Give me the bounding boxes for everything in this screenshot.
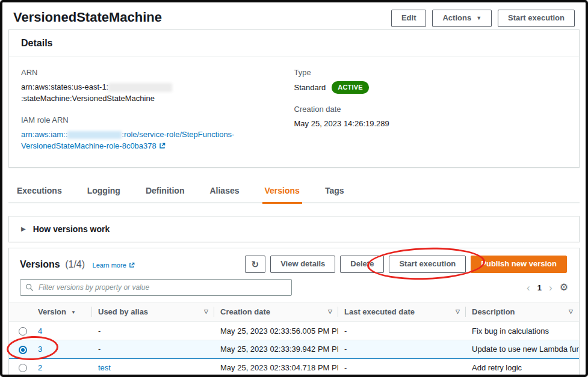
how-versions-expander[interactable]: ▶ How versions work (8, 216, 580, 242)
details-card-header: Details (9, 30, 579, 57)
actions-button-label: Actions (442, 13, 471, 23)
delete-button[interactable]: Delete (340, 256, 384, 273)
alias-link[interactable]: test (98, 363, 111, 372)
chevron-left-icon[interactable]: ‹ (527, 283, 530, 293)
last-executed-cell: - (338, 358, 466, 377)
row-radio[interactable] (19, 346, 27, 354)
view-details-button[interactable]: View details (270, 256, 335, 273)
iam-role-suffix: :role/service-role/StepFunctions- (122, 130, 234, 139)
column-label: Version (38, 307, 66, 316)
start-execution-header-button[interactable]: Start execution (498, 10, 575, 27)
gear-icon[interactable]: ⚙ (560, 283, 568, 292)
arn-value: arn:aws:states:us-east-1::stateMachine:V… (21, 81, 294, 105)
details-left-column: ARN arn:aws:states:us-east-1::stateMachi… (21, 68, 294, 164)
tab-logging[interactable]: Logging (85, 180, 123, 203)
page-title: VersionedStateMachine (13, 10, 162, 25)
alias-cell: - (92, 322, 214, 340)
learn-more-text: Learn more (93, 262, 126, 269)
pagination: ‹ 1 › ⚙ (527, 283, 568, 293)
version-link[interactable]: 3 (38, 345, 42, 354)
arn-label: ARN (21, 68, 294, 77)
version-link[interactable]: 4 (38, 326, 42, 336)
arn-prefix: arn:aws:states:us-east-1: (21, 82, 108, 91)
arn-field: ARN arn:aws:states:us-east-1::stateMachi… (21, 68, 294, 105)
redacted-account-id (108, 83, 172, 92)
sort-toggle-icon[interactable]: ▽ (204, 308, 208, 314)
chevron-down-icon: ▼ (476, 16, 481, 21)
redacted-account-id (67, 131, 122, 139)
last-executed-cell: - (338, 322, 466, 340)
type-field: Type StandardACTIVE (294, 68, 568, 94)
last-executed-cell: - (338, 340, 466, 358)
start-execution-version-button[interactable]: Start execution (389, 256, 466, 273)
app-window: VersionedStateMachine Edit Actions ▼ Sta… (0, 0, 588, 377)
table-row[interactable]: 2 test May 25, 2023 02:33:04.718 PM PDT … (9, 358, 579, 377)
tab-versions[interactable]: Versions (262, 180, 302, 204)
details-right-column: Type StandardACTIVE Creation date May 25… (294, 68, 568, 164)
iam-role-value: arn:aws:iam:::role/service-role/StepFunc… (21, 129, 294, 153)
versions-table: Version▼ Used by alias▽ Creation date▽ L… (9, 302, 579, 377)
creation-date-label: Creation date (294, 105, 568, 114)
row-radio[interactable] (19, 327, 27, 336)
versions-header: Versions (1/4) Learn more ↻ View details… (9, 248, 579, 277)
sort-toggle-icon[interactable]: ▽ (328, 308, 332, 314)
version-link[interactable]: 2 (38, 363, 42, 372)
row-radio[interactable] (19, 364, 27, 372)
column-header-creation-date[interactable]: Creation date▽ (214, 302, 338, 322)
publish-new-version-button[interactable]: Publish new version (471, 256, 567, 273)
type-text: Standard (294, 83, 326, 92)
status-badge: ACTIVE (332, 81, 369, 94)
triangle-right-icon: ▶ (21, 225, 26, 232)
sort-toggle-icon[interactable]: ▽ (569, 308, 573, 314)
iam-role-prefix: arn:aws:iam:: (21, 130, 67, 139)
iam-role-line2: VersionedStateMachine-role-8c0ba378 (21, 141, 156, 150)
iam-role-link[interactable]: arn:aws:iam:::role/service-role/StepFunc… (21, 130, 234, 151)
type-label: Type (294, 68, 568, 77)
actions-button[interactable]: Actions ▼ (432, 10, 492, 27)
tab-tags[interactable]: Tags (323, 180, 347, 203)
versions-card: Versions (1/4) Learn more ↻ View details… (8, 248, 580, 377)
tab-executions[interactable]: Executions (14, 180, 64, 203)
column-label: Used by alias (98, 307, 148, 316)
arn-suffix: :stateMachine:VersionedStateMachine (21, 94, 155, 103)
sort-toggle-icon[interactable]: ▽ (456, 308, 460, 314)
refresh-button[interactable]: ↻ (245, 256, 266, 274)
versions-title-wrap: Versions (1/4) Learn more (20, 259, 135, 270)
description-cell: Update to use new Lambda function. (466, 340, 579, 358)
tab-definition[interactable]: Definition (143, 180, 187, 203)
iam-role-field: IAM role ARN arn:aws:iam:::role/service-… (21, 115, 294, 153)
versions-toolbar: ‹ 1 › ⚙ (9, 277, 579, 302)
column-header-version[interactable]: Version▼ (32, 302, 92, 322)
description-cell: Add retry logic (466, 358, 579, 377)
radio-column-header (9, 302, 32, 322)
tab-aliases[interactable]: Aliases (207, 180, 241, 203)
column-header-description[interactable]: Description▽ (466, 302, 579, 322)
column-header-used-by-alias[interactable]: Used by alias▽ (92, 302, 214, 322)
tab-bar: Executions Logging Definition Aliases Ve… (8, 180, 580, 203)
description-cell: Fix bug in calculations (466, 322, 579, 340)
creation-date-cell: May 25, 2023 02:33:04.718 PM PDT (214, 358, 338, 377)
how-versions-label: How versions work (33, 224, 110, 234)
table-header-row: Version▼ Used by alias▽ Creation date▽ L… (9, 302, 579, 322)
page-number[interactable]: 1 (537, 283, 542, 292)
search-icon (25, 283, 34, 294)
chevron-right-icon[interactable]: › (549, 283, 552, 293)
alias-cell: - (92, 340, 214, 358)
column-label: Creation date (220, 307, 270, 316)
column-label: Description (472, 307, 515, 316)
edit-button[interactable]: Edit (391, 10, 427, 27)
refresh-icon: ↻ (252, 259, 259, 271)
table-row[interactable]: 4 - May 25, 2023 02:33:56.005 PM PDT - F… (9, 322, 579, 340)
filter-versions-input[interactable] (20, 279, 292, 296)
table-row[interactable]: 3 - May 25, 2023 02:33:39.942 PM PDT - U… (9, 340, 579, 358)
details-card: Details ARN arn:aws:states:us-east-1::st… (8, 29, 580, 168)
details-content: ARN arn:aws:states:us-east-1::stateMachi… (9, 57, 579, 167)
versions-count: (1/4) (65, 259, 85, 269)
versions-title: Versions (20, 259, 60, 269)
column-label: Last executed date (344, 307, 415, 316)
column-header-last-executed-date[interactable]: Last executed date▽ (338, 302, 466, 322)
learn-more-link[interactable]: Learn more (93, 262, 135, 269)
creation-date-cell: May 25, 2023 02:33:39.942 PM PDT (214, 340, 338, 358)
sort-down-icon[interactable]: ▼ (71, 310, 76, 315)
creation-date-value: May 25, 2023 14:26:19.289 (294, 118, 568, 130)
